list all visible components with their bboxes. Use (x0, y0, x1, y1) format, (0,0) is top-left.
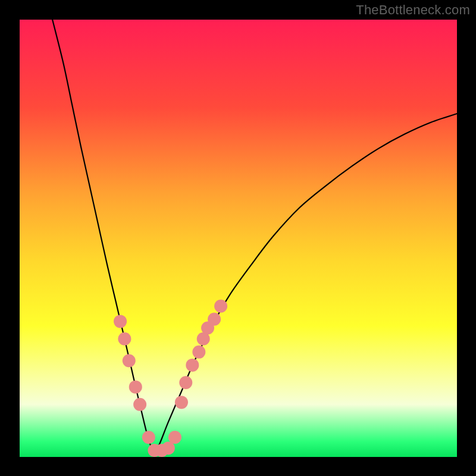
curve-marker (186, 359, 199, 372)
curve-marker (133, 398, 146, 411)
curve-marker (208, 312, 221, 325)
curve-marker (192, 346, 205, 359)
curve-marker (168, 431, 181, 444)
watermark-text: TheBottleneck.com (356, 2, 470, 18)
curve-marker (114, 315, 127, 328)
plot-background (20, 20, 457, 457)
curve-marker (129, 380, 142, 393)
curve-marker (179, 376, 192, 389)
bottleneck-chart (0, 0, 476, 476)
curve-marker (142, 431, 155, 444)
curve-marker (175, 396, 188, 409)
curve-marker (214, 299, 227, 312)
curve-marker (162, 441, 175, 455)
curve-marker (118, 333, 131, 346)
curve-marker (123, 354, 136, 367)
